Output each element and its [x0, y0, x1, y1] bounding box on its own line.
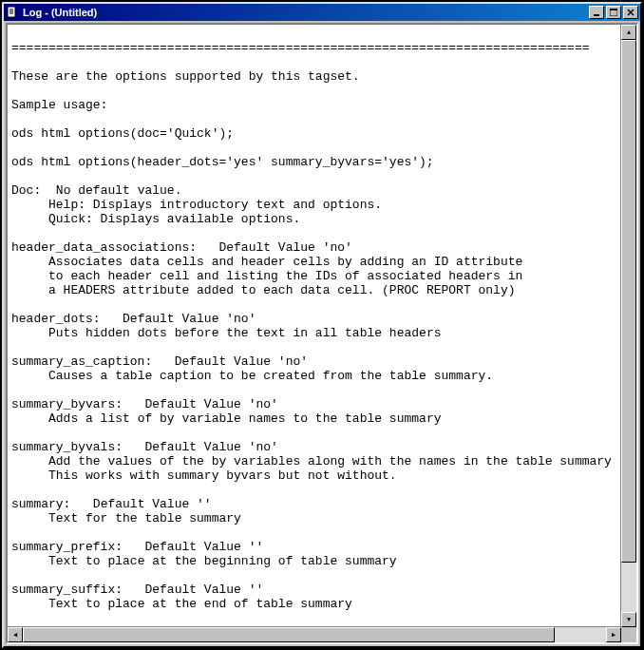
scroll-down-button[interactable]: ▼ [621, 612, 636, 627]
opt-doc-name: Doc: [11, 183, 41, 198]
minimize-button[interactable] [589, 6, 604, 19]
opt-hda-d1: Associates data cells and header cells b… [48, 255, 522, 269]
horizontal-scrollbar[interactable]: ◀ ▶ [8, 626, 621, 642]
opt-doc-quick: Quick: Displays available options. [48, 212, 300, 226]
log-content: ========================================… [8, 25, 621, 627]
sample-usage-label: Sample usage: [11, 98, 107, 112]
vertical-scrollbar[interactable]: ▲ ▼ [620, 25, 636, 627]
opt-hda-default: Default Value 'no' [218, 240, 351, 255]
close-button[interactable] [623, 6, 638, 19]
horizontal-scroll-thumb[interactable] [23, 627, 555, 642]
client-area: ========================================… [6, 23, 638, 644]
svg-rect-6 [610, 9, 617, 10]
opt-sprefix-d1: Text to place at the beginning of table … [48, 554, 397, 568]
opt-ssuffix-name: summary_suffix: [11, 583, 123, 597]
svg-rect-4 [594, 14, 599, 16]
window-controls [587, 6, 638, 19]
app-icon [6, 6, 19, 19]
opt-sbvals-d2: This works with summary byvars but not w… [48, 468, 397, 483]
window-title: Log - (Untitled) [23, 7, 587, 18]
intro-text: These are the options supported by this … [11, 69, 360, 84]
opt-hda-name: header_data_associations: [11, 240, 197, 255]
window: Log - (Untitled) =======================… [2, 2, 642, 648]
opt-hdots-d1: Puts hidden dots before the text in all … [48, 326, 441, 340]
opt-sprefix-name: summary_prefix: [11, 540, 123, 554]
opt-sbvars-default: Default Value 'no' [144, 397, 277, 411]
opt-ssuffix-default: Default Value '' [144, 583, 263, 597]
opt-hdots-default: Default Value 'no' [123, 312, 256, 326]
opt-summary-d1: Text for the table summary [48, 511, 241, 526]
opt-summary-default: Default Value '' [93, 497, 212, 511]
opt-doc-help: Help: Displays introductory text and opt… [48, 198, 382, 212]
opt-sac-d1: Causes a table caption to be created fro… [48, 369, 493, 383]
opt-hda-d3: a HEADERS attribute added to each data c… [48, 283, 515, 297]
opt-sbvars-d1: Adds a list of by variable names to the … [48, 411, 441, 426]
divider-line: ========================================… [11, 41, 590, 55]
opt-ssuffix-d1: Text to place at the end of table summar… [48, 597, 352, 611]
vertical-scroll-thumb[interactable] [621, 40, 636, 563]
sample-2: ods html options(header_dots='yes' summa… [11, 155, 434, 169]
opt-summary-name: summary: [11, 497, 70, 511]
opt-sbvals-d1: Add the values of the by variables along… [48, 454, 612, 468]
opt-sbvals-name: summary_byvals: [11, 440, 123, 454]
opt-hdots-name: header_dots: [11, 312, 101, 326]
scrollbar-corner [621, 627, 636, 642]
scroll-left-button[interactable]: ◀ [8, 627, 23, 642]
opt-sprefix-default: Default Value '' [144, 540, 263, 554]
titlebar[interactable]: Log - (Untitled) [4, 4, 640, 21]
scroll-up-button[interactable]: ▲ [621, 25, 636, 40]
opt-hda-d2: to each header cell and listing the IDs … [48, 269, 522, 283]
maximize-button[interactable] [606, 6, 621, 19]
scroll-right-button[interactable]: ▶ [606, 627, 621, 642]
opt-sac-default: Default Value 'no' [175, 354, 308, 369]
opt-sac-name: summary_as_caption: [11, 354, 152, 369]
opt-doc-default: No default value. [56, 183, 182, 198]
opt-sbvars-name: summary_byvars: [11, 397, 123, 411]
opt-sbvals-default: Default Value 'no' [144, 440, 277, 454]
sample-1: ods html options(doc='Quick'); [11, 126, 234, 141]
